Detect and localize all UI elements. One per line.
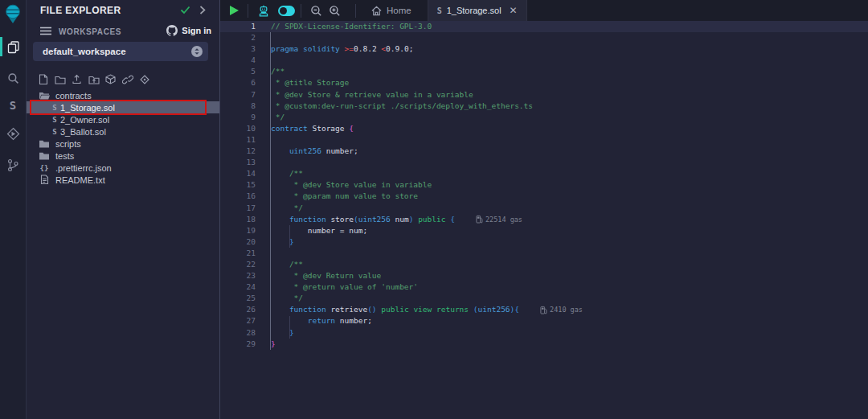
code-line-10[interactable]: 10contract Storage { bbox=[220, 123, 868, 134]
gas-estimate-badge: 2410 gas bbox=[540, 304, 583, 315]
file-explorer-icon[interactable] bbox=[0, 36, 26, 57]
code-line-5[interactable]: 5/** bbox=[220, 66, 868, 77]
tree-item-label: 1_Storage.sol bbox=[60, 103, 115, 113]
solidity-file-icon: S bbox=[49, 114, 60, 125]
search-icon[interactable] bbox=[0, 68, 26, 88]
code-line-26[interactable]: 26 function retrieve() public view retur… bbox=[220, 304, 868, 315]
tree-item-2-owner-sol[interactable]: S2_Owner.sol bbox=[27, 113, 219, 125]
tab-1-storage-sol[interactable]: S 1_Storage.sol ✕ bbox=[428, 0, 527, 21]
line-content: */ bbox=[256, 293, 303, 304]
code-line-13[interactable]: 13 bbox=[220, 157, 868, 168]
tree-item-label: README.txt bbox=[55, 175, 105, 185]
code-line-25[interactable]: 25 */ bbox=[220, 293, 868, 304]
clone-repo-button[interactable] bbox=[137, 72, 151, 86]
code-line-14[interactable]: 14 /** bbox=[220, 168, 868, 179]
workspace-dropdown[interactable]: default_workspace bbox=[33, 42, 208, 61]
code-line-22[interactable]: 22 /** bbox=[220, 259, 868, 270]
line-number: 29 bbox=[220, 339, 256, 350]
ai-copilot-button[interactable] bbox=[254, 0, 273, 21]
file-tab-label: 1_Storage.sol bbox=[447, 6, 502, 15]
code-line-4[interactable]: 4 bbox=[220, 55, 868, 66]
file-tree: contractsS1_Storage.solS2_Owner.solS3_Ba… bbox=[27, 89, 219, 186]
workspace-name: default_workspace bbox=[43, 47, 191, 56]
code-line-24[interactable]: 24 * @return value of 'number' bbox=[220, 281, 868, 293]
git-icon[interactable] bbox=[0, 154, 26, 175]
import-https-button[interactable] bbox=[121, 72, 134, 86]
code-line-12[interactable]: 12 uint256 number; bbox=[220, 146, 868, 157]
code-line-9[interactable]: 9 */ bbox=[220, 112, 868, 123]
sign-in-button[interactable]: Sign in bbox=[166, 25, 211, 36]
workspaces-row: WORKSPACES Sign in bbox=[27, 25, 219, 39]
separator bbox=[248, 4, 248, 18]
line-content: * @dev Return value bbox=[256, 270, 381, 281]
code-line-28[interactable]: 28 } bbox=[220, 327, 868, 339]
tree-item-readme-txt[interactable]: README.txt bbox=[27, 174, 219, 186]
upload-folder-button[interactable] bbox=[87, 72, 100, 86]
panel-title: FILE EXPLORER bbox=[40, 5, 121, 16]
folder-folder-icon bbox=[39, 150, 50, 162]
json-file-icon: {} bbox=[39, 162, 50, 174]
code-line-6[interactable]: 6 * @title Storage bbox=[220, 77, 868, 88]
code-line-11[interactable]: 11 bbox=[220, 134, 868, 146]
code-line-18[interactable]: 18 function store(uint256 num) public {2… bbox=[220, 214, 868, 225]
code-line-17[interactable]: 17 */ bbox=[220, 203, 868, 214]
deploy-run-icon[interactable] bbox=[0, 123, 26, 144]
line-number: 10 bbox=[220, 123, 256, 134]
line-number: 12 bbox=[220, 146, 256, 157]
robot-icon bbox=[257, 5, 270, 17]
import-ipfs-button[interactable] bbox=[104, 72, 117, 86]
code-line-21[interactable]: 21 bbox=[220, 248, 868, 259]
line-content: function store(uint256 num) public { bbox=[256, 214, 455, 225]
line-number: 6 bbox=[220, 77, 256, 88]
run-script-button[interactable] bbox=[227, 0, 242, 21]
zoom-out-icon bbox=[310, 5, 322, 17]
code-line-2[interactable]: 2 bbox=[220, 32, 868, 43]
line-number: 25 bbox=[220, 293, 256, 304]
zoom-in-button[interactable] bbox=[326, 0, 344, 21]
tree-item-scripts[interactable]: scripts bbox=[27, 138, 219, 150]
line-content: * @title Storage bbox=[256, 77, 349, 88]
new-folder-button[interactable] bbox=[53, 72, 67, 86]
line-content: * @param num value to store bbox=[256, 191, 418, 202]
code-line-8[interactable]: 8 * @custom:dev-run-script ./scripts/dep… bbox=[220, 101, 868, 112]
tree-item-contracts[interactable]: contracts bbox=[27, 89, 219, 101]
code-line-23[interactable]: 23 * @dev Return value bbox=[220, 270, 868, 281]
tree-item-1-storage-sol[interactable]: S1_Storage.sol bbox=[27, 101, 219, 113]
code-line-7[interactable]: 7 * @dev Store & retrieve value in a var… bbox=[220, 89, 868, 101]
code-line-16[interactable]: 16 * @param num value to store bbox=[220, 191, 868, 202]
new-file-button[interactable] bbox=[36, 72, 50, 86]
close-tab-icon[interactable]: ✕ bbox=[510, 6, 518, 15]
code-line-1[interactable]: 1// SPDX-License-Identifier: GPL-3.0 bbox=[220, 21, 868, 32]
line-number: 1 bbox=[220, 21, 256, 32]
code-line-15[interactable]: 15 * @dev Store value in variable bbox=[220, 179, 868, 191]
tree-item-3-ballot-sol[interactable]: S3_Ballot.sol bbox=[27, 125, 219, 138]
remix-logo-icon[interactable] bbox=[0, 2, 26, 25]
tree-item-label: contracts bbox=[55, 91, 92, 101]
zoom-out-button[interactable] bbox=[307, 0, 326, 21]
line-content: number = num; bbox=[256, 225, 367, 236]
tab-home[interactable]: Home bbox=[362, 0, 421, 21]
checkmark-icon[interactable] bbox=[180, 6, 190, 14]
line-number: 2 bbox=[220, 32, 256, 43]
code-line-19[interactable]: 19 number = num; bbox=[220, 225, 868, 236]
sign-in-label: Sign in bbox=[182, 26, 211, 35]
tree-item--prettierrc-json[interactable]: {}.prettierrc.json bbox=[27, 162, 219, 174]
code-editor[interactable]: 1// SPDX-License-Identifier: GPL-3.023pr… bbox=[220, 21, 868, 419]
line-content: /** bbox=[256, 168, 303, 179]
line-content: uint256 number; bbox=[256, 146, 358, 157]
solidity-compiler-icon[interactable]: S bbox=[0, 95, 26, 116]
code-line-27[interactable]: 27 return number; bbox=[220, 315, 868, 327]
copilot-toggle[interactable] bbox=[278, 6, 295, 16]
hamburger-menu-icon[interactable] bbox=[40, 27, 51, 35]
line-number: 24 bbox=[220, 281, 256, 293]
line-content bbox=[256, 134, 271, 146]
tree-item-tests[interactable]: tests bbox=[27, 150, 219, 162]
chevron-right-icon[interactable] bbox=[199, 6, 206, 14]
upload-file-button[interactable] bbox=[70, 72, 84, 86]
code-line-20[interactable]: 20 } bbox=[220, 236, 868, 248]
code-line-29[interactable]: 29} bbox=[220, 339, 868, 350]
folder-folder-icon bbox=[39, 138, 50, 150]
code-line-3[interactable]: 3pragma solidity >=0.8.2 <0.9.0; bbox=[220, 43, 868, 55]
line-number: 18 bbox=[220, 214, 256, 225]
line-number: 26 bbox=[220, 304, 256, 315]
